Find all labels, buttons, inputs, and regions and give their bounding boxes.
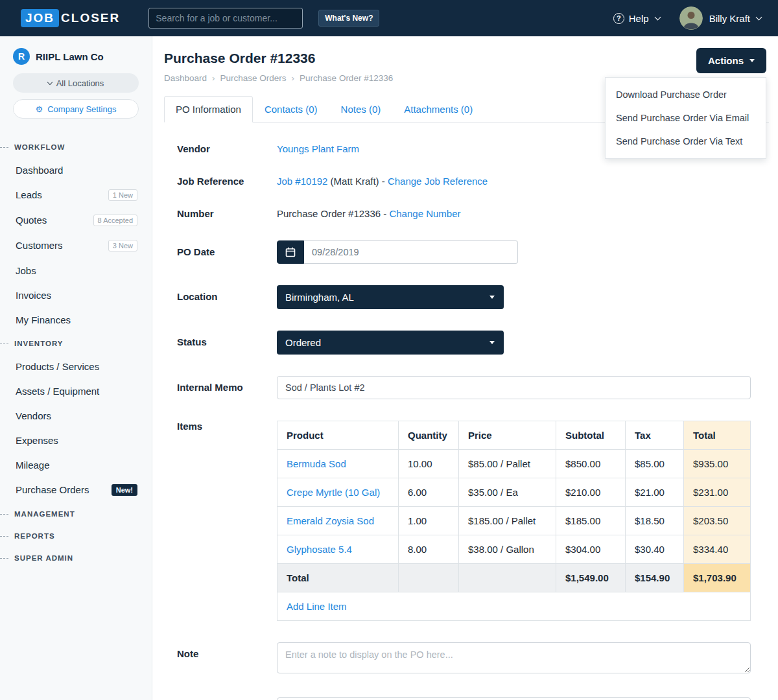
- sidebar-section-reports[interactable]: REPORTS: [0, 524, 152, 546]
- tab-notes[interactable]: Notes (0): [329, 96, 393, 122]
- sidebar-item-invoices[interactable]: Invoices: [0, 283, 152, 307]
- company-switcher[interactable]: R RIIPL Lawn Co: [0, 48, 152, 65]
- sidebar-item-expenses[interactable]: Expenses: [0, 428, 152, 452]
- table-row: Bermuda Sod 10.00 $85.00 / Pallet $850.0…: [277, 450, 751, 478]
- status-select[interactable]: Ordered: [277, 331, 504, 355]
- all-locations-button[interactable]: All Locations: [13, 73, 139, 93]
- breadcrumb-dashboard[interactable]: Dashboard: [164, 73, 207, 83]
- add-line-item-row: Add Line Item: [277, 592, 751, 621]
- sidebar-item-mileage[interactable]: Mileage: [0, 452, 152, 477]
- sidebar-item-jobs[interactable]: Jobs: [0, 258, 152, 283]
- cell-total: $203.50: [684, 507, 751, 535]
- sidebar-item-vendors[interactable]: Vendors: [0, 403, 152, 428]
- cell-total: $935.00: [684, 450, 751, 478]
- app-window: JOB CLOSER What's New? ? Help Billy Kraf…: [0, 0, 778, 700]
- total-tax: $154.90: [626, 564, 684, 592]
- table-total-row: Total $1,549.00 $154.90 $1,703.90: [277, 564, 751, 592]
- delivery-address-line1-input[interactable]: [277, 697, 751, 700]
- user-name: Billy Kraft: [709, 13, 750, 24]
- actions-button[interactable]: Actions: [696, 48, 766, 73]
- breadcrumb-separator: ›: [292, 73, 295, 83]
- add-line-item-link[interactable]: Add Line Item: [287, 601, 347, 612]
- calendar-button[interactable]: [277, 240, 304, 264]
- sidebar-item-dashboard[interactable]: Dashboard: [0, 158, 152, 182]
- po-date-label: PO Date: [177, 240, 277, 264]
- tab-po-information[interactable]: PO Information: [164, 96, 253, 122]
- cell-subtotal: $850.00: [556, 450, 626, 478]
- sidebar-item-products-services[interactable]: Products / Services: [0, 354, 152, 379]
- help-menu[interactable]: ? Help: [613, 13, 660, 24]
- menu-item-send-po-email[interactable]: Send Purchase Order Via Email: [606, 106, 766, 130]
- sidebar-section-super-admin[interactable]: SUPER ADMIN: [0, 546, 152, 568]
- sidebar-item-purchase-orders[interactable]: Purchase OrdersNew!: [0, 477, 152, 502]
- location-select[interactable]: Birmingham, AL: [277, 285, 504, 309]
- logo-job-mark: JOB: [21, 9, 59, 27]
- user-menu[interactable]: Billy Kraft: [679, 6, 761, 30]
- sidebar-item-leads[interactable]: Leads1 New: [0, 182, 152, 207]
- cell-quantity: 8.00: [399, 535, 459, 564]
- po-number-value: Purchase Order #12336 -: [277, 208, 386, 219]
- location-label: Location: [177, 285, 277, 309]
- company-settings-button[interactable]: ⚙ Company Settings: [13, 99, 139, 119]
- job-link[interactable]: Job #10192: [277, 176, 327, 187]
- cell-subtotal: $304.00: [556, 535, 626, 564]
- vendor-label: Vendor: [177, 143, 277, 154]
- topbar: JOB CLOSER What's New? ? Help Billy Kraf…: [0, 0, 778, 36]
- product-link[interactable]: Crepe Myrtle (10 Gal): [287, 487, 380, 498]
- po-date-input[interactable]: [304, 240, 518, 264]
- product-link[interactable]: Bermuda Sod: [287, 458, 346, 469]
- gear-icon: ⚙: [36, 105, 43, 113]
- status-label: Status: [177, 331, 277, 355]
- cell-tax: $21.00: [626, 478, 684, 507]
- total-label: Total: [277, 564, 399, 592]
- caret-down-icon: [489, 341, 495, 344]
- company-name: RIIPL Lawn Co: [36, 51, 104, 62]
- table-row: Glyphosate 5.4 8.00 $38.00 / Gallon $304…: [277, 535, 751, 564]
- col-subtotal: Subtotal: [556, 421, 626, 450]
- help-label: Help: [629, 13, 649, 24]
- change-number-link[interactable]: Change Number: [389, 208, 460, 219]
- breadcrumb-purchase-orders[interactable]: Purchase Orders: [220, 73, 287, 83]
- whats-new-button[interactable]: What's New?: [318, 10, 379, 27]
- app-logo[interactable]: JOB CLOSER: [21, 9, 120, 27]
- sidebar-item-my-finances[interactable]: My Finances: [0, 307, 152, 332]
- tab-attachments[interactable]: Attachments (0): [392, 96, 484, 122]
- internal-memo-label: Internal Memo: [177, 376, 277, 399]
- po-date-row: PO Date: [177, 240, 751, 264]
- po-form: Vendor Youngs Plant Farm Job Reference J…: [152, 122, 778, 700]
- product-link[interactable]: Emerald Zoysia Sod: [287, 515, 374, 526]
- change-job-reference-link[interactable]: Change Job Reference: [388, 176, 488, 187]
- topbar-right: ? Help Billy Kraft: [613, 6, 761, 30]
- menu-item-send-po-text[interactable]: Send Purchase Order Via Text: [606, 130, 766, 153]
- quotes-badge: 8 Accepted: [93, 215, 137, 226]
- search-input[interactable]: [148, 8, 303, 29]
- col-product: Product: [277, 421, 399, 450]
- sidebar-item-customers[interactable]: Customers3 New: [0, 233, 152, 258]
- product-link[interactable]: Glyphosate 5.4: [287, 544, 352, 555]
- company-avatar: R: [13, 48, 30, 65]
- menu-item-download-po[interactable]: Download Purchase Order: [606, 83, 766, 106]
- total-subtotal: $1,549.00: [556, 564, 626, 592]
- items-table: Product Quantity Price Subtotal Tax Tota…: [277, 421, 751, 621]
- internal-memo-input[interactable]: [277, 376, 751, 399]
- sidebar-item-quotes[interactable]: Quotes8 Accepted: [0, 207, 152, 233]
- sidebar-item-assets-equipment[interactable]: Assets / Equipment: [0, 379, 152, 403]
- vendor-link[interactable]: Youngs Plant Farm: [277, 143, 359, 154]
- tab-contacts[interactable]: Contacts (0): [253, 96, 329, 122]
- leads-badge: 1 New: [108, 189, 137, 201]
- purchase-orders-new-badge: New!: [112, 484, 137, 496]
- col-tax: Tax: [626, 421, 684, 450]
- caret-down-icon: [749, 59, 755, 62]
- chevron-down-icon: [756, 14, 762, 21]
- cell-total: $231.00: [684, 478, 751, 507]
- breadcrumb-separator: ›: [212, 73, 215, 83]
- number-row: Number Purchase Order #12336 - Change Nu…: [177, 208, 751, 219]
- logo-closer-mark: CLOSER: [61, 11, 120, 25]
- cell-price: $35.00 / Ea: [459, 478, 556, 507]
- job-reference-text: (Matt Kraft) -: [331, 176, 385, 187]
- cell-total: $334.40: [684, 535, 751, 564]
- sidebar-section-management[interactable]: MANAGEMENT: [0, 502, 152, 524]
- note-textarea[interactable]: [277, 642, 751, 673]
- note-label: Note: [177, 642, 277, 676]
- sidebar: R RIIPL Lawn Co All Locations ⚙ Company …: [0, 36, 152, 700]
